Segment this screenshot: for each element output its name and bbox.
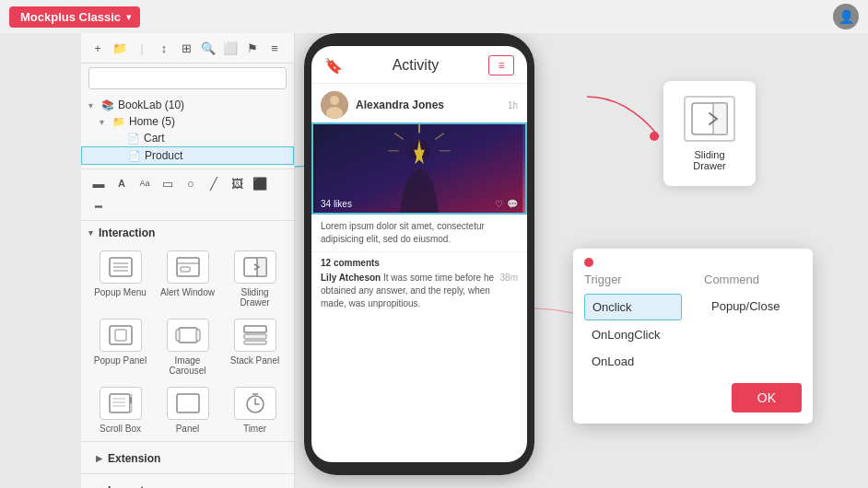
- folder-button[interactable]: 📁: [111, 39, 129, 57]
- alert-window-label: Alert Window: [160, 287, 215, 297]
- extension-header[interactable]: ▶ Extension: [88, 447, 287, 469]
- app-title-label: Mockplus Classic: [20, 10, 121, 24]
- panel-icon: [167, 387, 209, 420]
- svg-rect-16: [244, 326, 266, 332]
- avatar-icon: 👤: [839, 9, 854, 24]
- alert-window-icon: [167, 250, 209, 284]
- sort-button[interactable]: ↕: [155, 39, 173, 57]
- tree-product-icon: 📄: [128, 150, 141, 162]
- divider-btn: |: [133, 39, 151, 57]
- interaction-arrow-icon: ▾: [88, 228, 93, 238]
- activity-user-row: Alexandra Jones 1h: [311, 84, 527, 122]
- trigger-column: Trigger Onclick OnLongClick OnLoad: [573, 273, 693, 376]
- tree-toggle-home: ▾: [100, 117, 109, 127]
- search-bar[interactable]: [88, 67, 287, 89]
- list-btn[interactable]: ≡: [265, 39, 284, 57]
- comment-author: Lily Atcheson: [321, 273, 381, 283]
- popup-menu-label: Popup Menu: [94, 287, 147, 297]
- interaction-sliding-drawer[interactable]: Sliding Drawer: [223, 247, 287, 311]
- extension-arrow-icon: ▶: [96, 454, 102, 463]
- activity-body-text: Lorem ipsum dolor sit amet, consectetur …: [311, 215, 527, 252]
- sliding-drawer-widget-label: Sliding Drawer: [678, 149, 741, 171]
- dropdown-arrow-icon: ▾: [126, 12, 131, 22]
- interaction-panel[interactable]: Panel: [156, 383, 219, 437]
- tree-toggle-root: ▾: [88, 100, 98, 110]
- ok-button[interactable]: OK: [732, 383, 802, 412]
- comments-count: 12 comments: [321, 258, 518, 268]
- toolbar-row: + 📁 | ↕ ⊞ 🔍 ⬜ ⚑ ≡: [81, 33, 294, 64]
- extension-section: ▶ Extension: [81, 441, 294, 473]
- activity-comments: 12 comments 38m Lily Atcheson It was som…: [311, 252, 527, 316]
- layout-header[interactable]: ▶ Layout: [88, 479, 287, 488]
- tree-home-icon: 📁: [112, 116, 125, 128]
- trigger-cols: Trigger Onclick OnLongClick OnLoad Comme…: [573, 273, 813, 376]
- widget-row: ▬ A Aa ▭ ○ ╱ 🖼 ⬛ ━: [81, 168, 294, 221]
- widget-rect[interactable]: ▭: [158, 173, 178, 193]
- dialog-red-dot: [584, 258, 593, 267]
- app-header: 🔖 Activity ≡: [311, 46, 527, 84]
- add-button[interactable]: +: [88, 39, 107, 57]
- widget-image[interactable]: 🖼: [227, 173, 247, 193]
- comment-item: 38m Lily Atcheson It was some time befor…: [321, 272, 518, 310]
- search-icon-btn[interactable]: 🔍: [199, 39, 217, 57]
- widget-hotspot[interactable]: ⬛: [250, 173, 270, 193]
- svg-rect-12: [115, 330, 126, 341]
- widget-multiline[interactable]: Aa: [135, 173, 155, 193]
- svg-rect-42: [713, 103, 727, 134]
- hamburger-button[interactable]: ≡: [488, 55, 514, 76]
- search-input[interactable]: [95, 72, 280, 85]
- svg-point-31: [330, 96, 339, 105]
- app-title-button[interactable]: Mockplus Classic ▾: [9, 6, 140, 28]
- tree-root-label: BookLab (10): [118, 99, 287, 111]
- widget-line[interactable]: ╱: [204, 173, 224, 193]
- phone-mockup: 🔖 Activity ≡ Alexandra Jones 1h: [304, 33, 534, 475]
- sliding-drawer-grid-icon: [234, 250, 276, 284]
- tree-home[interactable]: ▾ 📁 Home (5): [81, 113, 294, 130]
- image-carousel-icon: [167, 319, 209, 352]
- widget-hbar[interactable]: ━: [88, 196, 109, 216]
- interaction-image-carousel[interactable]: Image Carousel: [156, 315, 219, 379]
- svg-rect-25: [177, 394, 199, 412]
- svg-rect-11: [110, 326, 132, 344]
- tree-root-icon: 📚: [101, 99, 114, 111]
- onload-option[interactable]: OnLoad: [584, 349, 682, 374]
- svg-rect-15: [196, 330, 200, 341]
- interaction-popup-panel[interactable]: Popup Panel: [88, 315, 152, 379]
- commend-col-header: Commend: [704, 273, 802, 286]
- scroll-box-label: Scroll Box: [100, 424, 141, 434]
- commend-column: Commend Popup/Close: [693, 273, 813, 376]
- comment-icon: 💬: [507, 199, 518, 209]
- sliding-drawer-widget[interactable]: Sliding Drawer: [663, 81, 756, 186]
- tree-home-label: Home (5): [129, 115, 287, 128]
- tree-cart[interactable]: ▾ 📄 Cart: [81, 130, 294, 146]
- trigger-dialog: Trigger Onclick OnLongClick OnLoad Comme…: [573, 249, 813, 424]
- activity-image: 34 likes ♡ 💬: [311, 122, 527, 215]
- user-avatar: [321, 91, 348, 119]
- popup-close-option[interactable]: Popup/Close: [704, 294, 802, 319]
- flag-btn[interactable]: ⚑: [243, 39, 262, 57]
- onlongclick-option[interactable]: OnLongClick: [584, 322, 682, 347]
- avatar-button[interactable]: 👤: [833, 4, 859, 29]
- onclick-option[interactable]: Onclick: [584, 294, 682, 320]
- top-bar: Mockplus Classic ▾ 👤: [0, 0, 868, 33]
- widget-text[interactable]: A: [111, 173, 132, 193]
- widget-circle[interactable]: ○: [181, 173, 201, 193]
- widget-input[interactable]: ▬: [88, 173, 109, 193]
- tree-root[interactable]: ▾ 📚 BookLab (10): [81, 97, 294, 113]
- interaction-scroll-box[interactable]: Scroll Box: [88, 383, 152, 437]
- image-carousel-label: Image Carousel: [158, 355, 217, 376]
- interaction-alert-window[interactable]: Alert Window: [156, 247, 219, 311]
- phone-screen: 🔖 Activity ≡ Alexandra Jones 1h: [311, 46, 527, 462]
- tree-cart-label: Cart: [144, 132, 287, 145]
- svg-rect-18: [244, 341, 266, 344]
- interaction-section-header[interactable]: ▾ Interaction: [81, 221, 294, 243]
- interaction-timer[interactable]: Timer: [223, 383, 287, 437]
- tree-product[interactable]: ▾ 📄 Product: [81, 146, 294, 165]
- interaction-stack-panel[interactable]: Stack Panel: [223, 315, 287, 379]
- svg-rect-21: [130, 397, 132, 403]
- file-tree: ▾ 📚 BookLab (10) ▾ 📁 Home (5) ▾ 📄 Cart ▾…: [81, 93, 294, 168]
- widget-btn[interactable]: ⬜: [221, 39, 240, 57]
- popup-menu-icon: [100, 250, 142, 284]
- interaction-popup-menu[interactable]: Popup Menu: [88, 247, 152, 311]
- grid-button[interactable]: ⊞: [177, 39, 195, 57]
